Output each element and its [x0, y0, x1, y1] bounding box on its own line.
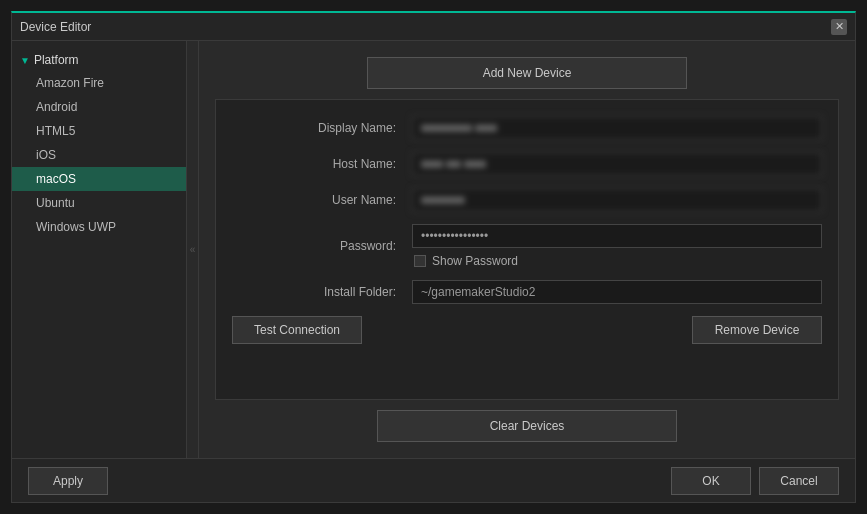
collapse-handle[interactable]: « — [187, 41, 199, 458]
add-new-device-button[interactable]: Add New Device — [367, 57, 687, 89]
password-section: Show Password — [412, 224, 822, 268]
bottom-bar: Apply OK Cancel — [12, 458, 855, 502]
form-actions: Test Connection Remove Device — [232, 316, 822, 344]
expand-arrow: ▼ — [20, 55, 30, 66]
show-password-row: Show Password — [412, 254, 822, 268]
user-name-input[interactable] — [412, 188, 822, 212]
sidebar-item-html5[interactable]: HTML5 — [12, 119, 186, 143]
main-area: Add New Device Display Name: Host Name: … — [199, 41, 855, 458]
platform-label: Platform — [34, 53, 79, 67]
host-name-input[interactable] — [412, 152, 822, 176]
clear-devices-row: Clear Devices — [215, 410, 839, 442]
password-input[interactable] — [412, 224, 822, 248]
dialog-title: Device Editor — [20, 20, 91, 34]
sidebar: ▼ Platform Amazon Fire Android HTML5 iOS… — [12, 41, 187, 458]
clear-devices-button[interactable]: Clear Devices — [377, 410, 677, 442]
device-form: Display Name: Host Name: User Name: Pass… — [215, 99, 839, 400]
ok-button[interactable]: OK — [671, 467, 751, 495]
display-name-row: Display Name: — [232, 116, 822, 140]
sidebar-item-amazon-fire[interactable]: Amazon Fire — [12, 71, 186, 95]
device-editor-dialog: Device Editor ✕ ▼ Platform Amazon Fire A… — [11, 11, 856, 503]
user-name-label: User Name: — [232, 193, 412, 207]
host-name-row: Host Name: — [232, 152, 822, 176]
password-label: Password: — [232, 239, 412, 253]
platform-header[interactable]: ▼ Platform — [12, 49, 186, 71]
sidebar-item-ios[interactable]: iOS — [12, 143, 186, 167]
sidebar-item-macos[interactable]: macOS — [12, 167, 186, 191]
display-name-label: Display Name: — [232, 121, 412, 135]
host-name-label: Host Name: — [232, 157, 412, 171]
remove-device-button[interactable]: Remove Device — [692, 316, 822, 344]
close-button[interactable]: ✕ — [831, 19, 847, 35]
test-connection-button[interactable]: Test Connection — [232, 316, 362, 344]
sidebar-item-android[interactable]: Android — [12, 95, 186, 119]
sidebar-item-windows-uwp[interactable]: Windows UWP — [12, 215, 186, 239]
apply-button[interactable]: Apply — [28, 467, 108, 495]
install-folder-row: Install Folder: — [232, 280, 822, 304]
install-folder-input[interactable] — [412, 280, 822, 304]
sidebar-item-ubuntu[interactable]: Ubuntu — [12, 191, 186, 215]
content-area: ▼ Platform Amazon Fire Android HTML5 iOS… — [12, 41, 855, 458]
display-name-input[interactable] — [412, 116, 822, 140]
cancel-button[interactable]: Cancel — [759, 467, 839, 495]
title-bar: Device Editor ✕ — [12, 13, 855, 41]
show-password-checkbox[interactable] — [414, 255, 426, 267]
bottom-left-actions: Apply — [28, 467, 108, 495]
install-folder-label: Install Folder: — [232, 285, 412, 299]
bottom-right-actions: OK Cancel — [671, 467, 839, 495]
user-name-row: User Name: — [232, 188, 822, 212]
show-password-label[interactable]: Show Password — [432, 254, 518, 268]
password-row: Password: Show Password — [232, 224, 822, 268]
